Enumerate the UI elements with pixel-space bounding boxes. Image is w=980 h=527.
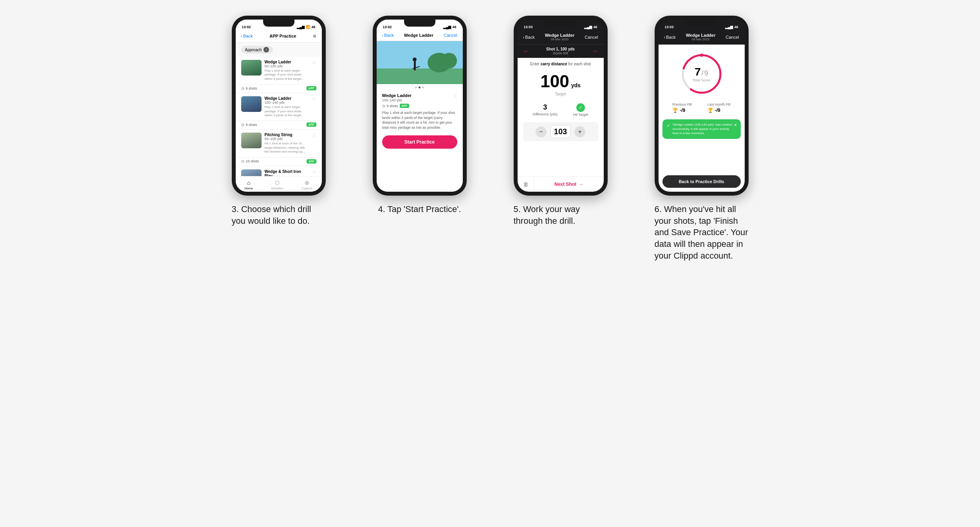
drill-star-0: ☆ bbox=[312, 60, 316, 65]
page-container: 13:02 ▂▄▆ 📶 46 ‹ Back APP Practice ≡ bbox=[216, 16, 764, 261]
status-icons-4: ▂▄▆ 46 bbox=[725, 25, 738, 29]
svg-point-9 bbox=[700, 54, 703, 57]
shots-label-0: ◷ 9 shots bbox=[241, 86, 257, 90]
golf-dots bbox=[377, 84, 463, 91]
back-button-2[interactable]: ‹ Back bbox=[382, 33, 394, 38]
nav-title-2: Wedge Ladder bbox=[404, 33, 434, 38]
nav-bar-4: ‹ Back Wedge Ladder 06 Mar 2023 Cancel bbox=[659, 31, 745, 45]
nav-title-4: Wedge Ladder 06 Mar 2023 bbox=[686, 33, 716, 41]
check-icon: ✓ bbox=[666, 122, 670, 129]
target-yds: 100 yds bbox=[521, 72, 601, 91]
phone-screen-3: 13:03 ▂▄▆ 46 ‹ Back Wedge Ladder 06 Mar … bbox=[518, 20, 604, 192]
drill-info-1: Wedge Ladder 100–140 yds Play 1 shot at … bbox=[265, 96, 309, 117]
pb-last-month-label: Last month PB bbox=[707, 103, 731, 106]
drill-range-1: 100–140 yds bbox=[265, 101, 309, 104]
drill-item-0[interactable]: Wedge Ladder 50–100 yds Play 1 shot at e… bbox=[236, 57, 322, 85]
drill-star-3: ☆ bbox=[312, 169, 316, 175]
shot-info-center: Shot 1, 100 yds Score 5/9 bbox=[546, 47, 575, 55]
phone-frame-3: 13:03 ▂▄▆ 46 ‹ Back Wedge Ladder 06 Mar … bbox=[514, 16, 608, 196]
golf-image bbox=[377, 41, 463, 84]
shot-stats: 3 Difference (yds) ✓ Hit Target bbox=[518, 99, 604, 121]
detail-shots: ◷ 9 shots APP bbox=[382, 104, 457, 108]
carry-label: Enter carry distance for each shot bbox=[518, 58, 604, 68]
drill-item-2[interactable]: Pitching String 55–100 yds Hit 1 shot at… bbox=[236, 130, 322, 157]
next-btn-bar: 🗑 Next Shot → bbox=[518, 176, 604, 192]
caption-2: 4. Tap 'Start Practice'. bbox=[378, 203, 461, 215]
input-row: − 103 + bbox=[523, 122, 598, 141]
increase-button[interactable]: + bbox=[574, 126, 585, 137]
drill-item-1[interactable]: Wedge Ladder 100–140 yds Play 1 shot at … bbox=[236, 93, 322, 121]
score-total: 9 bbox=[704, 69, 708, 77]
phone-notch-4 bbox=[686, 20, 717, 27]
detail-card: Wedge Ladder 100–140 yds ☆ ◷ 9 shots APP… bbox=[377, 91, 463, 131]
stat-hit-target: ✓ Hit Target bbox=[573, 103, 588, 117]
app-badge-2: APP bbox=[307, 159, 316, 164]
prev-shot-button[interactable]: ← bbox=[523, 48, 529, 55]
score-text-overlay: 7 / 9 Total Score bbox=[693, 66, 710, 82]
nav-capture[interactable]: ⊕ Capture bbox=[301, 180, 312, 190]
drill-name-1: Wedge Ladder bbox=[265, 96, 309, 101]
next-shot-button[interactable]: Next Shot → bbox=[534, 177, 604, 192]
time-1: 13:02 bbox=[242, 25, 251, 29]
drill-item-3[interactable]: Wedge & Short Iron Play 100–140 yds ☆ bbox=[236, 166, 322, 176]
category-tag: Approach 7 bbox=[241, 46, 273, 54]
menu-icon-1[interactable]: ≡ bbox=[313, 33, 316, 39]
phone-frame-1: 13:02 ▂▄▆ 📶 46 ‹ Back APP Practice ≡ bbox=[232, 16, 326, 196]
shot-score: Score 5/9 bbox=[546, 51, 575, 55]
toast-close-button[interactable]: ✕ bbox=[734, 122, 737, 128]
golf-scene bbox=[377, 41, 463, 84]
drill-star-1: ☆ bbox=[312, 96, 316, 102]
status-icons-1: ▂▄▆ 📶 46 bbox=[297, 25, 315, 29]
screen1-content: Approach 7 Wedge Ladder 50–100 yds Play … bbox=[236, 43, 322, 176]
score-label: Total Score bbox=[693, 78, 710, 82]
cancel-button-4[interactable]: Cancel bbox=[726, 35, 739, 40]
signal-icon-4: ▂▄▆ bbox=[725, 25, 733, 29]
score-circle-container: 7 / 9 Total Score bbox=[659, 45, 745, 99]
next-shot-nav-button[interactable]: → bbox=[592, 48, 598, 55]
status-icons-2: ▂▄▆ 46 bbox=[443, 25, 456, 29]
time-4: 13:03 bbox=[665, 25, 674, 29]
screen4-content: 7 / 9 Total Score Previous PB 🏆 bbox=[659, 45, 745, 192]
dot-1 bbox=[419, 86, 421, 88]
back-button-4[interactable]: ‹ Back bbox=[664, 35, 676, 40]
svg-point-5 bbox=[413, 58, 417, 61]
back-button-1[interactable]: ‹ Back bbox=[241, 34, 253, 38]
caption-3: 5. Work your way through the drill. bbox=[514, 203, 608, 227]
phone-notch-2 bbox=[404, 20, 435, 27]
capture-icon: ⊕ bbox=[305, 180, 309, 186]
distance-input[interactable]: 103 bbox=[550, 125, 570, 138]
battery-icon-4: 46 bbox=[734, 25, 738, 29]
nav-bar-3: ‹ Back Wedge Ladder 06 Mar 2023 Cancel bbox=[518, 31, 604, 45]
cancel-button-3[interactable]: Cancel bbox=[585, 35, 598, 40]
drill-thumb-3 bbox=[241, 169, 262, 176]
home-icon: ⌂ bbox=[247, 180, 250, 186]
trophy-icon-1: 🏆 bbox=[672, 108, 678, 113]
shot-label: Shot 1, 100 yds bbox=[546, 47, 575, 51]
phone-screen-1: 13:02 ▂▄▆ 📶 46 ‹ Back APP Practice ≡ bbox=[236, 20, 322, 192]
phone-screen-4: 13:03 ▂▄▆ 46 ‹ Back Wedge Ladder 06 Mar … bbox=[659, 20, 745, 192]
pb-previous-label: Previous PB bbox=[672, 103, 692, 106]
back-to-drills-button[interactable]: Back to Practice Drills bbox=[662, 175, 741, 188]
caption-1: 3. Choose which drill you would like to … bbox=[232, 203, 326, 227]
svg-rect-1 bbox=[377, 68, 463, 84]
drill-footer-1: ◷ 9 shots APP bbox=[236, 121, 322, 130]
signal-icon-3: ▂▄▆ bbox=[584, 25, 592, 29]
drill-star-2: ☆ bbox=[312, 133, 316, 138]
drill-name-2: Pitching String bbox=[265, 133, 309, 137]
start-practice-button[interactable]: Start Practice bbox=[382, 135, 457, 149]
delete-button[interactable]: 🗑 bbox=[518, 177, 534, 191]
drill-thumb-1 bbox=[241, 96, 262, 112]
nav-activities[interactable]: ⬡ Activities bbox=[271, 180, 283, 190]
cancel-button-2[interactable]: Cancel bbox=[444, 33, 457, 38]
drill-thumb-2 bbox=[241, 133, 262, 148]
phone-notch-3 bbox=[545, 20, 576, 27]
back-button-3[interactable]: ‹ Back bbox=[523, 35, 535, 40]
decrease-button[interactable]: − bbox=[536, 126, 547, 137]
detail-badge: APP bbox=[400, 104, 409, 108]
time-3: 13:03 bbox=[524, 25, 533, 29]
phone-frame-4: 13:03 ▂▄▆ 46 ‹ Back Wedge Ladder 06 Mar … bbox=[655, 16, 749, 196]
pb-row: Previous PB 🏆 -/9 Last month PB 🏆 -/9 bbox=[659, 99, 745, 116]
trophy-icon-2: 🏆 bbox=[707, 108, 713, 113]
drill-info-2: Pitching String 55–100 yds Hit 1 shot at… bbox=[265, 133, 309, 154]
nav-home[interactable]: ⌂ Home bbox=[245, 180, 253, 190]
